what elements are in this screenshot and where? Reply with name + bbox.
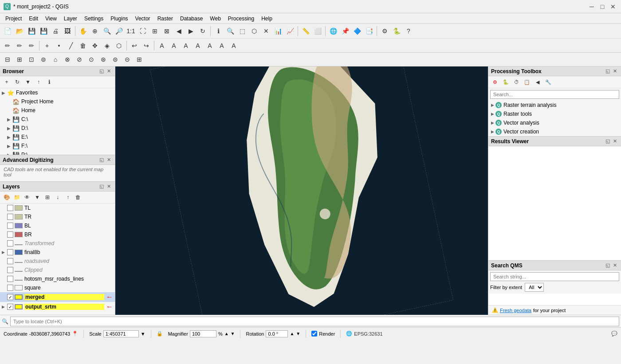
new-project-btn[interactable]: 📄	[2, 25, 13, 37]
layer-item-output-srtm[interactable]: ▶ ✓ output_srtm ←	[0, 302, 115, 312]
add-raster-btn[interactable]: 🌐	[327, 25, 339, 37]
label4-btn[interactable]: A	[192, 40, 204, 51]
identify-features-btn[interactable]: 🔍	[224, 25, 236, 37]
adv-dig-btn6[interactable]: ⊗	[62, 54, 73, 65]
adv-dig-btn7[interactable]: ⊘	[74, 54, 85, 65]
epsg-value[interactable]: EPSG:32631	[354, 331, 382, 337]
menu-raster[interactable]: Raster	[154, 15, 177, 23]
proc-item-raster-terrain[interactable]: ▶ Q Raster terrain analysis	[488, 101, 621, 110]
layer-item-roadsaved[interactable]: roadsaved	[0, 257, 115, 266]
browser-item-p[interactable]: ▶ 💾 P:\	[0, 150, 115, 155]
refresh-btn[interactable]: ↻	[197, 25, 208, 37]
browser-item-c[interactable]: ▶ 💾 C:\	[0, 115, 115, 124]
adv-dig-btn2[interactable]: ⊞	[14, 54, 25, 65]
print-layout-btn[interactable]: 🖨	[50, 25, 61, 37]
pan-to-selection-btn[interactable]: ⊕	[89, 25, 101, 37]
save-project-btn[interactable]: 💾	[26, 25, 37, 37]
menu-edit[interactable]: Edit	[25, 15, 42, 23]
remove-layer-btn[interactable]: 🗑	[73, 192, 83, 202]
search-qms-input[interactable]	[490, 272, 619, 281]
browser-item-d[interactable]: ▶ 💾 D:\	[0, 124, 115, 133]
adv-dig-btn12[interactable]: ⊞	[134, 54, 145, 65]
browser-item-home[interactable]: 🏠 Home	[0, 106, 115, 115]
adv-dig-btn11[interactable]: ⊝	[122, 54, 133, 65]
output-srtm-checkbox[interactable]: ✓	[7, 304, 13, 310]
tl-checkbox[interactable]	[7, 205, 13, 211]
label-btn[interactable]: A	[156, 40, 168, 51]
open-project-btn[interactable]: 📂	[14, 25, 25, 37]
layer-item-br[interactable]: BR	[0, 230, 115, 239]
adv-dig-btn10[interactable]: ⊜	[110, 54, 121, 65]
zoom-selection-btn[interactable]: ⊠	[161, 25, 173, 37]
toggle-edit-btn[interactable]: ✏	[14, 40, 25, 51]
menu-processing[interactable]: Processing	[224, 15, 258, 23]
identify-btn[interactable]: ℹ	[212, 25, 224, 37]
locate-input[interactable]	[10, 317, 619, 326]
manage-layers-btn[interactable]: 👁	[22, 192, 32, 202]
reshape-btn[interactable]: ⬡	[113, 40, 125, 51]
help-btn[interactable]: ?	[403, 25, 414, 37]
layer-item-merged[interactable]: ✓ merged ←	[0, 292, 115, 302]
final8b-checkbox[interactable]	[7, 249, 13, 255]
browser-close-btn[interactable]: ✕	[106, 68, 112, 74]
add-point-btn[interactable]: •	[53, 40, 65, 51]
zoom-full-btn[interactable]: ⛶	[137, 25, 149, 37]
maximize-button[interactable]: □	[598, 2, 607, 11]
menu-project[interactable]: Project	[2, 15, 25, 23]
scale-dropdown-btn[interactable]: ▼	[141, 331, 145, 337]
adv-dig-btn3[interactable]: ⊡	[26, 54, 37, 65]
print-btn[interactable]: 🖼	[62, 25, 73, 37]
proc-history-btn[interactable]: ⏱	[511, 77, 521, 87]
menu-plugins[interactable]: Plugins	[107, 15, 131, 23]
menu-database[interactable]: Database	[177, 15, 206, 23]
adv-dig-btn8[interactable]: ⊙	[86, 54, 97, 65]
layer-item-tl[interactable]: TL	[0, 204, 115, 212]
qms-float-btn[interactable]: ◱	[604, 262, 611, 269]
render-checkbox[interactable]	[311, 331, 317, 337]
hotosm-checkbox[interactable]	[7, 276, 13, 282]
map-area[interactable]	[115, 67, 488, 315]
measure-btn[interactable]: 📏	[300, 25, 311, 37]
magnifier-up[interactable]: ▲	[224, 331, 229, 336]
adv-dig-btn5[interactable]: ⌂	[50, 54, 61, 65]
zoom-in-btn[interactable]: 🔍	[101, 25, 113, 37]
current-edits-btn[interactable]: ✏	[2, 40, 13, 51]
zoom-next-btn[interactable]: ▶	[185, 25, 197, 37]
browser-collapse-btn[interactable]: ↑	[34, 77, 43, 87]
magnifier-down[interactable]: ▼	[231, 331, 235, 336]
redo-btn[interactable]: ↪	[141, 40, 152, 51]
move-feature-btn[interactable]: ✥	[89, 40, 101, 51]
close-button[interactable]: ✕	[609, 2, 617, 11]
layer-item-tr[interactable]: TR	[0, 212, 115, 221]
zoom-last-btn[interactable]: ◀	[173, 25, 185, 37]
proc-results-btn[interactable]: 📋	[522, 77, 532, 87]
merged-checkbox[interactable]: ✓	[7, 294, 13, 300]
magnifier-input[interactable]	[190, 330, 216, 337]
scale-input[interactable]	[103, 330, 139, 337]
label3-btn[interactable]: A	[180, 40, 192, 51]
clipped-checkbox[interactable]	[7, 267, 13, 273]
label5-btn[interactable]: A	[204, 40, 216, 51]
transformed-checkbox[interactable]	[7, 240, 13, 247]
adv-dig-btn9[interactable]: ⊛	[98, 54, 109, 65]
statistics-btn[interactable]: 📈	[284, 25, 296, 37]
label7-btn[interactable]: A	[228, 40, 240, 51]
menu-help[interactable]: Help	[258, 15, 276, 23]
fresh-geodata-link[interactable]: Fresh geodata	[500, 308, 531, 313]
zoom-1-1-btn[interactable]: 1:1	[125, 25, 137, 37]
browser-item-f[interactable]: ▶ 💾 F:\	[0, 141, 115, 150]
rotation-up[interactable]: ▲	[290, 331, 294, 336]
zoom-layer-btn[interactable]: ⊞	[149, 25, 161, 37]
proc-item-vector-analysis[interactable]: ▶ Q Vector analysis	[488, 118, 621, 127]
open-table-btn[interactable]: 📊	[272, 25, 284, 37]
add-vector-btn[interactable]: 📌	[339, 25, 351, 37]
save-as-btn[interactable]: 💾	[38, 25, 49, 37]
browser-item-favorites[interactable]: ▶ ⭐ Favorites	[0, 88, 115, 97]
proc-options-btn[interactable]: ◀	[533, 77, 542, 87]
layer-item-final8b[interactable]: ▶ final8b	[0, 248, 115, 257]
browser-float-btn[interactable]: ◱	[98, 68, 105, 74]
qms-close-btn[interactable]: ✕	[612, 262, 618, 269]
layer-item-bl[interactable]: BL	[0, 221, 115, 230]
menu-vector[interactable]: Vector	[132, 15, 154, 23]
br-checkbox[interactable]	[7, 231, 13, 238]
